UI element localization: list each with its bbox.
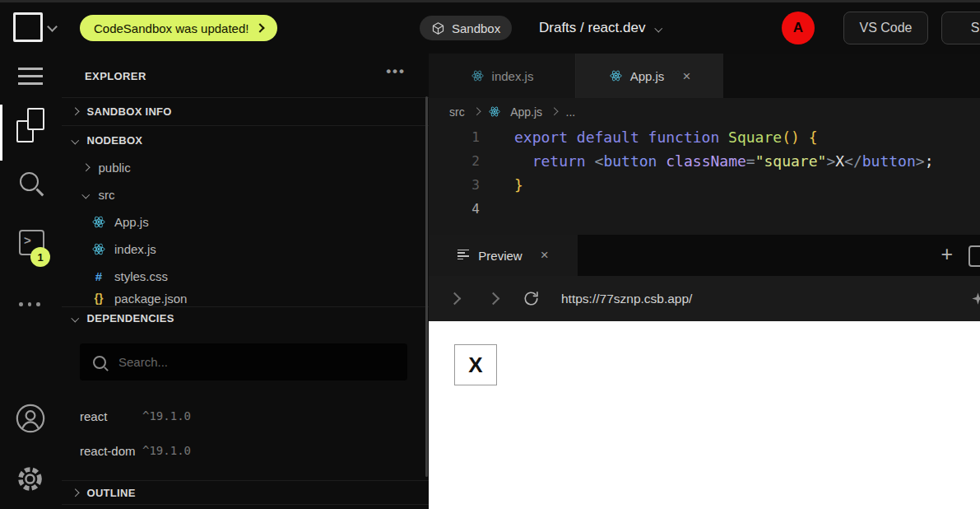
refresh-icon[interactable] xyxy=(523,290,540,307)
line-number: 2 xyxy=(429,153,488,169)
chevron-right-icon xyxy=(72,108,79,115)
tree-folder-src[interactable]: src xyxy=(62,181,429,208)
dependency-search-input[interactable] xyxy=(117,354,383,370)
account-icon[interactable] xyxy=(15,403,46,437)
dependency-row[interactable]: react ^19.1.0 xyxy=(80,404,409,428)
dependency-search xyxy=(80,343,407,381)
code-line: 3 } xyxy=(429,173,980,197)
active-view-indicator xyxy=(0,105,2,161)
search-icon[interactable] xyxy=(20,172,39,191)
preview-tab-strip: + xyxy=(578,235,980,276)
line-number: 3 xyxy=(429,177,488,193)
menu-icon[interactable] xyxy=(18,68,43,90)
chevron-down-icon xyxy=(72,315,79,322)
folder-label: src xyxy=(99,188,115,202)
dependency-row[interactable]: react-dom ^19.1.0 xyxy=(80,438,409,463)
chevron-right-icon xyxy=(256,23,265,32)
code-line: 2 return <button className="square">X</b… xyxy=(429,149,980,173)
tree-file-packagejson[interactable]: {} package.json xyxy=(62,290,429,306)
preview-list-icon xyxy=(457,250,469,262)
section-label: NODEBOX xyxy=(87,134,143,147)
editor-breadcrumb[interactable]: src App.js ... xyxy=(429,98,980,125)
square-button[interactable]: X xyxy=(454,344,497,385)
workspace-breadcrumb-label: Drafts / react.dev xyxy=(539,20,645,36)
activity-sidebar: > 1 xyxy=(0,54,62,509)
tree-file-indexjs[interactable]: index.js xyxy=(62,236,429,263)
section-nodebox[interactable]: NODEBOX xyxy=(62,127,429,154)
file-label: styles.css xyxy=(114,269,168,283)
section-dependencies[interactable]: DEPENDENCIES xyxy=(62,306,429,329)
top-bar: CodeSandbox was updated! Sandbox Drafts … xyxy=(0,0,980,54)
back-icon[interactable] xyxy=(448,292,462,306)
tree-file-stylescss[interactable]: # styles.css xyxy=(62,263,429,290)
url-text[interactable]: https://77sznp.csb.app/ xyxy=(561,292,692,306)
chevron-down-icon xyxy=(655,24,662,31)
react-icon xyxy=(471,69,485,82)
files-icon[interactable] xyxy=(16,108,46,142)
forward-icon[interactable] xyxy=(487,292,500,306)
preview-viewport: X xyxy=(429,321,980,509)
search-icon xyxy=(93,356,106,369)
more-icon[interactable] xyxy=(19,302,40,306)
line-number: 1 xyxy=(429,129,488,145)
chevron-right-icon xyxy=(472,108,480,115)
avatar[interactable]: A xyxy=(782,12,815,44)
settings-gear-icon[interactable] xyxy=(15,464,45,497)
react-icon xyxy=(91,242,106,256)
explorer-title: EXPLORER xyxy=(85,70,146,82)
tab-appjs[interactable]: App.js × xyxy=(576,54,723,98)
tab-label: App.js xyxy=(630,69,665,83)
tab-label: Preview xyxy=(478,249,522,263)
dependency-name: react-dom xyxy=(80,444,139,458)
file-label: index.js xyxy=(114,242,156,256)
layout-icon[interactable] xyxy=(968,245,980,267)
update-banner[interactable]: CodeSandbox was updated! xyxy=(80,15,277,41)
sparkle-icon[interactable] xyxy=(970,291,980,310)
breadcrumb-root[interactable]: src xyxy=(449,105,465,119)
vscode-button[interactable]: VS Code xyxy=(843,12,928,44)
folder-label: public xyxy=(99,161,131,175)
react-icon xyxy=(91,215,106,229)
chevron-right-icon xyxy=(72,488,79,496)
terminal-badge: 1 xyxy=(30,247,50,267)
tree-folder-public[interactable]: public xyxy=(62,154,429,181)
section-label: DEPENDENCIES xyxy=(87,312,174,325)
tab-indexjs[interactable]: index.js xyxy=(429,54,576,98)
share-button[interactable]: Sha xyxy=(941,12,980,44)
code-line: 1 export default function Square() { xyxy=(429,125,980,149)
code-line: 4 xyxy=(429,197,980,221)
code-editor[interactable]: 1 export default function Square() { 2 r… xyxy=(429,125,980,221)
add-tab-icon[interactable]: + xyxy=(941,242,953,266)
file-label: App.js xyxy=(114,215,149,229)
sandbox-badge-label: Sandbox xyxy=(452,21,500,35)
update-banner-label: CodeSandbox was updated! xyxy=(94,21,248,35)
file-page-front xyxy=(27,108,44,130)
tab-preview[interactable]: Preview × xyxy=(429,235,578,276)
preview-tab-bar: Preview × + xyxy=(429,235,980,276)
breadcrumb-tail[interactable]: ... xyxy=(566,105,576,119)
section-sandbox-info[interactable]: SANDBOX INFO xyxy=(62,97,429,126)
codesandbox-window: CodeSandbox was updated! Sandbox Drafts … xyxy=(0,0,980,509)
section-label: SANDBOX INFO xyxy=(87,105,172,118)
explorer-panel: EXPLORER ••• SANDBOX INFO NODEBOX public… xyxy=(62,54,429,509)
workspace-breadcrumb[interactable]: Drafts / react.dev xyxy=(539,2,662,54)
chevron-down-icon xyxy=(82,191,90,198)
explorer-more-icon[interactable]: ••• xyxy=(386,63,406,80)
codesandbox-logo-icon[interactable] xyxy=(13,12,43,42)
workbench: index.js App.js × src App.js ... 1 expor… xyxy=(429,54,980,509)
react-icon xyxy=(609,69,623,82)
sandbox-badge[interactable]: Sandbox xyxy=(420,16,512,40)
section-outline[interactable]: OUTLINE xyxy=(62,480,429,505)
chevron-down-icon xyxy=(72,137,79,144)
explorer-scrollbar[interactable] xyxy=(425,96,428,477)
chevron-down-icon[interactable] xyxy=(47,21,58,32)
json-icon: {} xyxy=(91,292,106,305)
tree-file-appjs[interactable]: App.js xyxy=(62,208,429,236)
breadcrumb-file[interactable]: App.js xyxy=(510,105,542,119)
tab-label: index.js xyxy=(492,69,534,83)
dependency-version: ^19.1.0 xyxy=(142,444,191,457)
close-icon[interactable]: × xyxy=(541,247,549,264)
close-icon[interactable]: × xyxy=(682,69,690,83)
chevron-right-icon xyxy=(82,164,90,171)
editor-tab-bar: index.js App.js × xyxy=(429,54,980,98)
